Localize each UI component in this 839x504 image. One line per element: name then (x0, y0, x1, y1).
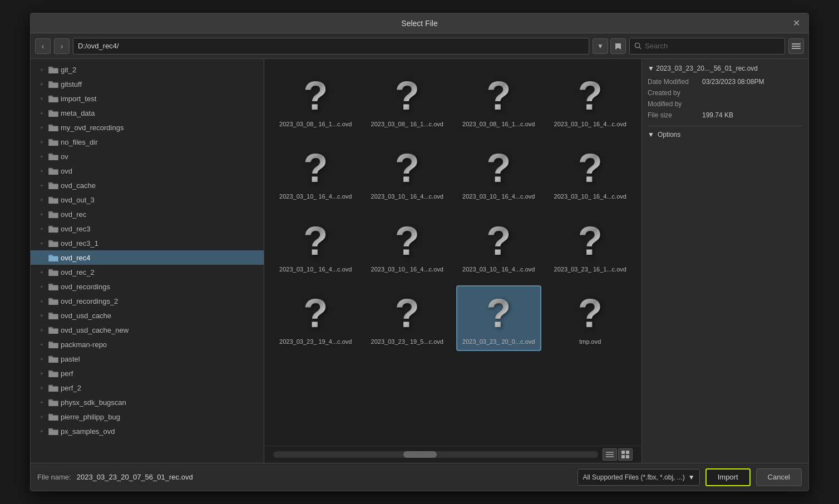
sidebar-item-label: import_test (61, 95, 259, 103)
nav-bar: ‹ › D:/ovd_rec4/ ▼ (31, 33, 808, 59)
file-item[interactable]: ?2023_03_10_ 16_4...c.ovd (548, 68, 633, 134)
file-item[interactable]: ?2023_03_23_ 19_4...c.ovd (273, 285, 358, 351)
menu-icon (792, 43, 801, 50)
main-area: +git_2+gitstuff+import_test+meta_data+my… (31, 59, 808, 463)
expand-icon[interactable]: + (37, 268, 46, 276)
expand-icon[interactable]: + (37, 412, 46, 421)
grid-view-button[interactable] (618, 448, 633, 461)
search-box[interactable] (629, 38, 785, 55)
expand-icon[interactable]: + (37, 210, 46, 219)
file-item[interactable]: ?2023_03_08_ 16_1...c.ovd (456, 68, 541, 134)
expand-icon[interactable]: + (37, 166, 46, 175)
sidebar-item[interactable]: +physx_sdk_bugscan (31, 395, 264, 409)
file-item[interactable]: ?2023_03_10_ 16_4...c.ovd (456, 140, 541, 206)
expand-icon[interactable]: + (37, 369, 46, 378)
file-item[interactable]: ?2023_03_10_ 16_4...c.ovd (365, 140, 450, 206)
sidebar-item[interactable]: −ovd_rec4 (31, 250, 264, 265)
bookmark-button[interactable] (610, 38, 626, 54)
sidebar-item[interactable]: +ovd_rec3_1 (31, 236, 264, 250)
options-header[interactable]: ▼ Options (648, 131, 803, 139)
file-label: 2023_03_10_ 16_4...c.ovd (279, 192, 352, 200)
file-item[interactable]: ?2023_03_10_ 16_4...c.ovd (365, 213, 450, 279)
sidebar-item[interactable]: +no_files_dir (31, 135, 264, 149)
sidebar-item[interactable]: +ov (31, 149, 264, 164)
folder-icon (48, 254, 58, 261)
file-item[interactable]: ?tmp.ovd (548, 285, 633, 351)
horizontal-scrollbar[interactable] (273, 451, 598, 458)
file-label: 2023_03_23_ 16_1...c.ovd (554, 265, 626, 273)
expand-icon[interactable]: − (37, 253, 46, 262)
file-thumbnail: ? (385, 219, 430, 263)
expand-icon[interactable]: + (37, 311, 46, 320)
list-view-button[interactable] (603, 448, 617, 461)
import-button[interactable]: Import (705, 468, 751, 486)
expand-icon[interactable]: + (37, 398, 46, 407)
expand-icon[interactable]: + (37, 282, 46, 291)
file-item[interactable]: ?2023_03_10_ 16_4...c.ovd (273, 213, 358, 279)
sidebar-item-label: ovd_rec4 (61, 254, 259, 262)
close-button[interactable]: ✕ (791, 18, 802, 29)
sidebar-item[interactable]: +packman-repo (31, 337, 264, 352)
expand-icon[interactable]: + (37, 94, 46, 103)
file-item[interactable]: ?2023_03_10_ 16_4...c.ovd (456, 213, 541, 279)
folder-icon (48, 297, 58, 305)
expand-icon[interactable]: + (37, 354, 46, 363)
expand-icon[interactable]: + (37, 340, 46, 349)
menu-button[interactable] (788, 38, 804, 54)
sidebar-item[interactable]: +ovd_recordings (31, 279, 264, 294)
sidebar-item[interactable]: +px_samples_ovd (31, 424, 264, 438)
expand-icon[interactable]: + (37, 224, 46, 233)
file-item[interactable]: ?2023_03_08_ 16_1...c.ovd (365, 68, 450, 134)
sidebar-item[interactable]: +ovd_recordings_2 (31, 294, 264, 308)
expand-icon[interactable]: + (37, 181, 46, 190)
options-arrow: ▼ (648, 131, 654, 139)
sidebar-item[interactable]: +import_test (31, 91, 264, 106)
expand-icon[interactable]: + (37, 297, 46, 305)
sidebar-item[interactable]: +ovd_rec3 (31, 221, 264, 236)
sidebar-item[interactable]: +ovd_rec (31, 207, 264, 221)
expand-icon[interactable]: + (37, 152, 46, 161)
sidebar-item[interactable]: +ovd (31, 164, 264, 178)
sidebar-item[interactable]: +ovd_rec_2 (31, 265, 264, 279)
sidebar-item[interactable]: +ovd_usd_cache_new (31, 323, 264, 337)
sidebar-item[interactable]: +perf_2 (31, 381, 264, 395)
file-label: tmp.ovd (579, 338, 601, 345)
back-button[interactable]: ‹ (35, 38, 51, 54)
file-item[interactable]: ?2023_03_08_ 16_1...c.ovd (273, 68, 358, 134)
file-type-dropdown[interactable]: All Supported Files (*.fbx, *.obj, ...) … (578, 469, 699, 486)
expand-icon[interactable]: + (37, 137, 46, 146)
expand-icon[interactable]: + (37, 239, 46, 248)
forward-button[interactable]: › (54, 38, 70, 54)
sidebar-item[interactable]: +pierre_philipp_bug (31, 409, 264, 424)
expand-icon[interactable]: + (37, 195, 46, 204)
file-item[interactable]: ?2023_03_23_ 19_5...c.ovd (365, 285, 450, 351)
expand-icon[interactable]: + (37, 108, 46, 117)
expand-icon[interactable]: + (37, 427, 46, 436)
path-bar[interactable]: D:/ovd_rec4/ (73, 38, 589, 55)
sidebar-item[interactable]: +my_ovd_recordings (31, 120, 264, 135)
scrollbar-thumb[interactable] (403, 451, 437, 458)
cancel-button[interactable]: Cancel (756, 468, 802, 486)
sidebar-item[interactable]: +ovd_usd_cache (31, 308, 264, 323)
file-item[interactable]: ?2023_03_23_ 20_0...c.ovd (456, 285, 541, 351)
sidebar-item[interactable]: +pastel (31, 352, 264, 366)
unknown-file-icon: ? (486, 293, 511, 333)
expand-icon[interactable]: + (37, 383, 46, 392)
search-input[interactable] (645, 42, 780, 50)
created-by-row: Created by (648, 89, 803, 97)
expand-icon[interactable]: + (37, 65, 46, 74)
expand-icon[interactable]: + (37, 325, 46, 334)
file-item[interactable]: ?2023_03_23_ 16_1...c.ovd (548, 213, 633, 279)
sidebar-item[interactable]: +perf (31, 366, 264, 381)
file-size-row: File size 199.74 KB (648, 111, 803, 119)
file-item[interactable]: ?2023_03_10_ 16_4...c.ovd (273, 140, 358, 206)
sidebar-item[interactable]: +ovd_out_3 (31, 192, 264, 207)
sidebar-item[interactable]: +gitstuff (31, 77, 264, 91)
dropdown-button[interactable]: ▼ (593, 38, 608, 54)
expand-icon[interactable]: + (37, 80, 46, 88)
sidebar-item[interactable]: +meta_data (31, 106, 264, 120)
sidebar-item[interactable]: +ovd_cache (31, 178, 264, 192)
sidebar-item[interactable]: +git_2 (31, 62, 264, 77)
file-item[interactable]: ?2023_03_10_ 16_4...c.ovd (548, 140, 633, 206)
expand-icon[interactable]: + (37, 123, 46, 132)
